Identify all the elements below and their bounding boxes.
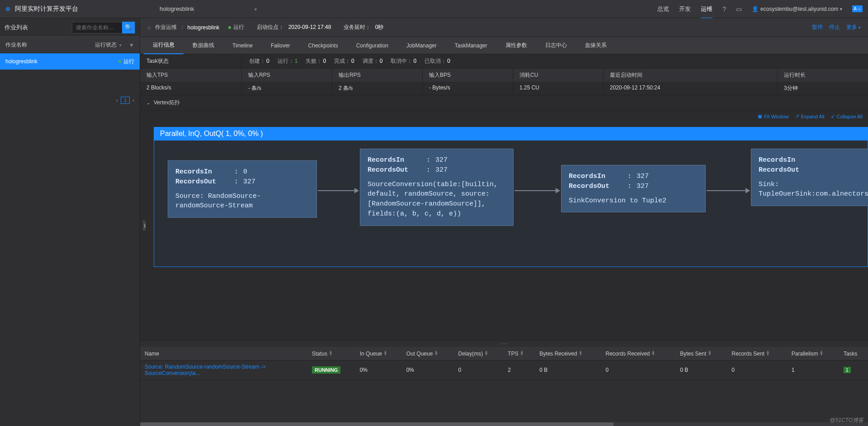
user-email: ecosystembu@test.aliyunid.com [760, 6, 838, 12]
project-dropdown[interactable]: hologresblink ▾ [160, 5, 257, 12]
th-inq[interactable]: In Queue▲▼ [355, 347, 402, 360]
cell-rs: 0 [727, 360, 787, 380]
horizontal-scrollbar[interactable] [140, 422, 868, 426]
nav-ops[interactable]: 运维 [701, 5, 712, 19]
cell-tps: 2 [503, 360, 535, 380]
task-link[interactable]: Source: RandomSource-randomSource-Stream… [145, 364, 266, 376]
th-delay[interactable]: Delay(ms)▲▼ [454, 347, 504, 360]
metric-h-outrps: 输出RPS [332, 69, 422, 82]
th-par[interactable]: Parallelism▲▼ [787, 347, 839, 360]
metric-headers: 输入TPS2 Blocks/s 输入RPS- 条/s 输出RPS2 条/s 输入… [140, 69, 868, 95]
tab-run[interactable]: 运行信息 [144, 37, 184, 54]
search-icon[interactable]: 🔍 [122, 22, 135, 33]
user-menu[interactable]: 👤 ecosystembu@test.aliyunid.com ▾ [752, 6, 842, 12]
help-icon[interactable]: ? [722, 5, 726, 13]
job-row[interactable]: hologresblink 运行 [0, 53, 140, 70]
cell-par: 1 [787, 360, 839, 380]
graph-node-sourceconv[interactable]: RecordsIn:327 RecordsOut:327 SourceConve… [360, 149, 514, 226]
node-desc: SinkConversion to Tuple2 [569, 196, 698, 206]
th-name[interactable]: Name [140, 347, 307, 360]
metric-v-outrps: 2 条/s [332, 82, 422, 95]
metric-v-cu: 1.25 CU [513, 82, 603, 94]
th-rr[interactable]: Records Received▲▼ [601, 347, 675, 360]
delay-value: 0秒 [375, 24, 384, 30]
pager-page[interactable]: 1 [121, 97, 130, 104]
tab-taskmanager[interactable]: TaskManager [446, 37, 496, 54]
home-icon[interactable]: ⌂ [147, 24, 151, 31]
collapse-all-button[interactable]: ↙ Collapse All [831, 113, 863, 119]
status-dot-icon [118, 60, 121, 63]
task-status-label: Task状态 [140, 54, 242, 68]
pager-next[interactable]: › [132, 97, 134, 103]
metric-h-start: 最近启动时间 [604, 69, 777, 82]
table-row[interactable]: Source: RandomSource-randomSource-Stream… [140, 360, 868, 380]
metric-v-inrps: - 条/s [242, 82, 332, 95]
edge-1 [318, 190, 359, 191]
th-br[interactable]: Bytes Received▲▼ [535, 347, 601, 360]
nav-develop[interactable]: 开发 [679, 5, 691, 13]
chevron-down-icon[interactable]: ▾ [119, 43, 122, 47]
cell-delay: 0 [454, 360, 504, 380]
th-tps[interactable]: TPS▲▼ [503, 347, 535, 360]
tab-failover[interactable]: Failover [262, 37, 299, 54]
graph-area: ▣ Fit Window ↗ Expand All ↙ Collapse All… [140, 111, 868, 340]
more-button[interactable]: 更多▾ [846, 23, 861, 31]
graph-node-sink[interactable]: RecordsIn RecordsOut Sink: TupleOuerSink… [751, 149, 868, 206]
tasks-panel: ⋯ Name Status▲▼ In Queue▲▼ Out Queue▲▼ D… [140, 340, 868, 426]
fit-window-button[interactable]: ▣ Fit Window [758, 113, 788, 119]
search-input[interactable] [72, 24, 122, 31]
tab-logs[interactable]: 日志中心 [536, 37, 576, 54]
col-status: 运行状态 [95, 41, 117, 49]
graph-node-sinkconv[interactable]: RecordsIn:327 RecordsOut:327 SinkConvers… [561, 165, 706, 212]
vertex-topo-toggle[interactable]: ⌄ Vertex拓扑 [140, 95, 868, 111]
tab-jobmanager[interactable]: JobManager [397, 37, 446, 54]
node-desc: SourceConversion(table:[builtin, default… [368, 180, 506, 219]
cell-bs: 0 B [675, 360, 727, 380]
metric-v-inbps: - Bytes/s [423, 82, 513, 94]
pause-button[interactable]: 暂停 [812, 23, 823, 31]
status-chip: RUNNING [312, 366, 340, 374]
th-rs[interactable]: Records Sent▲▼ [727, 347, 787, 360]
pager-prev[interactable]: ‹ [116, 97, 118, 103]
language-icon[interactable]: A→ [852, 5, 863, 12]
main: ⌂ 作业运维 / hologresblink 运行 启动位点： 2020-09-… [140, 18, 868, 426]
expand-all-button[interactable]: ↗ Expand All [795, 113, 825, 119]
tasks-table: Name Status▲▼ In Queue▲▼ Out Queue▲▼ Del… [140, 347, 868, 380]
nav-misc-icon[interactable]: ▭ [736, 5, 742, 13]
tab-timeline[interactable]: Timeline [223, 37, 262, 54]
sidebar-title: 作业列表 [5, 23, 28, 32]
node-desc: Source: RandomSource-randomSource-Stream [175, 192, 309, 211]
tab-checkpoints[interactable]: Checkpoints [299, 37, 347, 54]
watermark: @51CTO博客 [830, 417, 863, 424]
filter-icon[interactable]: ▼ [129, 42, 134, 48]
tab-configuration[interactable]: Configuration [347, 37, 397, 54]
job-name: hologresblink [5, 58, 118, 65]
cell-rr: 0 [601, 360, 675, 380]
breadcrumb-ops[interactable]: 作业运维 [155, 23, 177, 31]
th-bs[interactable]: Bytes Sent▲▼ [675, 347, 727, 360]
tab-curve[interactable]: 数据曲线 [184, 37, 223, 54]
tab-lineage[interactable]: 血缘关系 [576, 37, 616, 54]
start-value: 2020-09-12 17:48 [288, 24, 331, 30]
stop-button[interactable]: 停止 [829, 23, 840, 31]
status-dot-icon [228, 26, 231, 29]
tab-props[interactable]: 属性参数 [496, 37, 536, 54]
th-tasks[interactable]: Tasks [839, 347, 868, 360]
job-search[interactable]: 🔍 [72, 22, 135, 33]
th-outq[interactable]: Out Queue▲▼ [402, 347, 454, 360]
chevron-down-icon: ▾ [255, 7, 257, 12]
scrollbar-thumb[interactable] [140, 422, 613, 426]
user-icon: 👤 [752, 6, 759, 12]
nav-overview[interactable]: 总览 [657, 5, 669, 13]
group-title: Parallel, InQ, OutQ( 1, 0%, 0% ) [154, 127, 868, 140]
breadcrumb-sep: / [181, 24, 183, 31]
metric-v-intps: 2 Blocks/s [140, 82, 241, 94]
project-name: hologresblink [160, 5, 194, 12]
chevron-down-icon: ▾ [840, 7, 842, 11]
panel-resize-left[interactable]: ⟨⟨ [143, 220, 146, 231]
graph-node-source[interactable]: RecordsIn:0 RecordsOut:327 Source: Rando… [168, 160, 317, 218]
th-status[interactable]: Status▲▼ [307, 347, 355, 360]
metric-v-dur: 3分钟 [778, 82, 868, 95]
metric-h-dur: 运行时长 [778, 69, 868, 82]
panel-resize-handle[interactable]: ⋯ [140, 341, 868, 347]
